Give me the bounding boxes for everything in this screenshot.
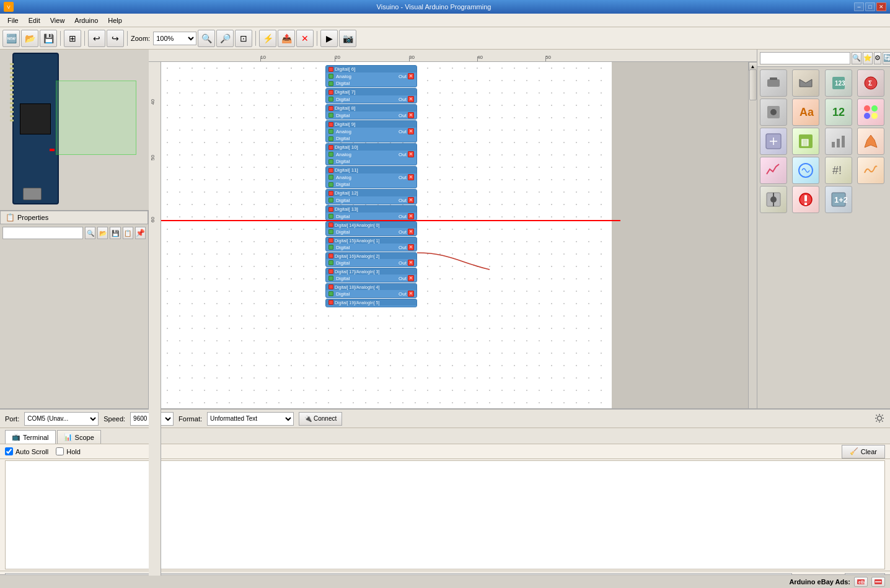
comp-close[interactable]: ✕ [408, 275, 414, 281]
component-block-digital9[interactable]: Digital[ 9] Analog Out ✕ Dig [325, 120, 417, 143]
palette-item-11[interactable] [857, 128, 884, 155]
palette-item-10[interactable] [825, 128, 852, 155]
component-block-digital7[interactable]: Digital[ 7] Digital Out ✕ [325, 88, 417, 103]
component-block-digital14[interactable]: Digital[ 14]/AnalogIn[ 0] Digital Out ✕ [325, 221, 417, 236]
palette-item-7[interactable] [857, 99, 884, 126]
palette-item-1[interactable] [792, 69, 819, 97]
auto-scroll-label[interactable]: Auto Scroll [5, 447, 48, 455]
comp-close[interactable]: ✕ [408, 229, 414, 235]
palette-item-17[interactable] [792, 186, 819, 213]
component-block-digital16[interactable]: Digital[ 16]/AnalogIn[ 2] Digital Out ✕ [325, 252, 417, 267]
grid-button[interactable]: ⊞ [64, 30, 81, 47]
port-select[interactable]: COM5 (Unav... COM1 COM3 [24, 412, 99, 426]
comp-close[interactable]: ✕ [408, 174, 414, 180]
props-pin-btn[interactable]: 📌 [135, 227, 146, 239]
menu-arduino[interactable]: Arduino [69, 15, 103, 25]
component-block-digital19[interactable]: Digital[ 19]/AnalogIn[ 5] [325, 299, 417, 307]
palette-item-8[interactable] [760, 128, 787, 155]
palette-item-3[interactable]: Σ [857, 69, 884, 97]
component-block-digital17[interactable]: Digital[ 17]/AnalogIn[ 3] Digital Out ✕ [325, 268, 417, 283]
upload-button[interactable]: 📤 [278, 30, 295, 47]
toolbar-separator-2 [84, 31, 85, 46]
comp-close[interactable]: ✕ [408, 197, 414, 203]
zoom-fit-button[interactable]: ⊡ [235, 30, 252, 47]
connect-button[interactable]: 🔌 Connect [299, 412, 342, 426]
save-button[interactable]: 💾 [40, 30, 57, 47]
ads-icon-2[interactable] [871, 577, 885, 587]
palette-item-18[interactable]: 1+2 [825, 186, 852, 213]
serial-output-area[interactable] [5, 460, 885, 569]
comp-close[interactable]: ✕ [408, 128, 414, 134]
close-button[interactable]: ✕ [876, 2, 886, 11]
palette-item-4[interactable] [760, 99, 787, 126]
comp-out: Out ✕ [399, 174, 414, 180]
props-btn-4[interactable]: 📋 [123, 227, 133, 239]
palette-item-14[interactable]: #! [825, 157, 852, 184]
stop-button[interactable]: ✕ [296, 30, 314, 47]
svg-point-26 [770, 196, 777, 203]
comp-close[interactable]: ✕ [408, 112, 414, 118]
props-btn-2[interactable]: 📂 [97, 227, 108, 239]
comp-close[interactable]: ✕ [408, 260, 414, 266]
component-block-digital10[interactable]: Digital[ 10] Analog Out ✕ Di [325, 143, 417, 165]
component-block-digital6[interactable]: Digital[ 6] Analog Out ✕ Dig [325, 65, 417, 87]
properties-search-input[interactable] [2, 227, 83, 239]
camera-button[interactable]: 📷 [339, 30, 356, 47]
clear-button[interactable]: 🧹 Clear [842, 445, 885, 459]
format-select[interactable]: Unformatted Text Hex Dec [207, 412, 294, 426]
zoom-select[interactable]: 50% 75% 100% 125% 150% [153, 32, 196, 45]
component-block-digital13[interactable]: Digital[ 13] Digital Out ✕ [325, 205, 417, 221]
restore-button[interactable]: □ [865, 2, 875, 11]
open-button[interactable]: 📂 [21, 30, 38, 47]
palette-item-0[interactable] [760, 69, 787, 97]
zoom-out-button[interactable]: 🔎 [216, 30, 234, 47]
tab-terminal[interactable]: 📺 Terminal [5, 430, 56, 444]
props-btn-1[interactable]: 🔍 [85, 227, 95, 239]
ads-icon-1[interactable]: eBay [854, 577, 868, 587]
hold-checkbox[interactable] [56, 447, 64, 455]
tab-scope[interactable]: 📊 Scope [57, 430, 101, 444]
palette-settings-button[interactable]: ⚙ [874, 52, 881, 64]
minimize-button[interactable]: – [854, 2, 864, 11]
pin-green [328, 214, 333, 219]
menu-file[interactable]: File [2, 15, 24, 25]
menu-help[interactable]: Help [103, 15, 127, 25]
menu-edit[interactable]: Edit [24, 15, 45, 25]
menu-view[interactable]: View [45, 15, 70, 25]
hold-label[interactable]: Hold [56, 447, 81, 455]
palette-filter-button[interactable]: ⭐ [863, 52, 873, 64]
comp-close[interactable]: ✕ [408, 96, 414, 102]
compile-button[interactable]: ⚡ [259, 30, 276, 47]
undo-button[interactable]: ↩ [88, 30, 105, 47]
comp-close[interactable]: ✕ [408, 244, 414, 250]
component-block-digital11[interactable]: Digital[ 11] Analog Out ✕ Di [325, 166, 417, 188]
scroll-thumb[interactable] [749, 69, 757, 100]
palette-refresh-button[interactable]: 🔄 [883, 52, 890, 64]
comp-close[interactable]: ✕ [408, 151, 414, 157]
component-block-digital12[interactable]: Digital[ 12] Digital Out ✕ [325, 189, 417, 204]
serial-settings-icon[interactable] [874, 413, 885, 425]
palette-item-12[interactable] [760, 157, 787, 184]
palette-item-5[interactable]: Aa [792, 99, 819, 126]
run-button[interactable]: ▶ [320, 30, 338, 47]
palette-item-15[interactable] [857, 157, 884, 184]
component-block-digital8[interactable]: Digital[ 8] Digital Out ✕ [325, 104, 417, 120]
comp-close[interactable]: ✕ [408, 291, 414, 297]
palette-item-16[interactable] [760, 186, 787, 213]
palette-item-9[interactable]: ▤ [792, 128, 819, 155]
component-block-digital18[interactable]: Digital[ 18]/AnalogIn[ 4] Digital Out ✕ [325, 283, 417, 298]
palette-item-2[interactable]: 123 [825, 69, 852, 97]
palette-item-13[interactable] [792, 157, 819, 184]
component-block-digital15[interactable]: Digital[ 15]/AnalogIn[ 1] Digital Out ✕ [325, 237, 417, 252]
zoom-in-button[interactable]: 🔍 [198, 30, 215, 47]
new-button[interactable]: 🆕 [2, 30, 20, 47]
comp-close[interactable]: ✕ [408, 213, 414, 219]
palette-search-button[interactable]: 🔍 [852, 52, 861, 64]
comp-close[interactable]: ✕ [408, 73, 414, 79]
comp-row-analog: Analog Out ✕ [326, 72, 416, 80]
palette-item-6[interactable]: 12 [825, 99, 852, 126]
palette-search-input[interactable] [760, 52, 850, 64]
auto-scroll-checkbox[interactable] [5, 447, 13, 455]
redo-button[interactable]: ↪ [107, 30, 124, 47]
props-btn-3[interactable]: 💾 [110, 227, 120, 239]
